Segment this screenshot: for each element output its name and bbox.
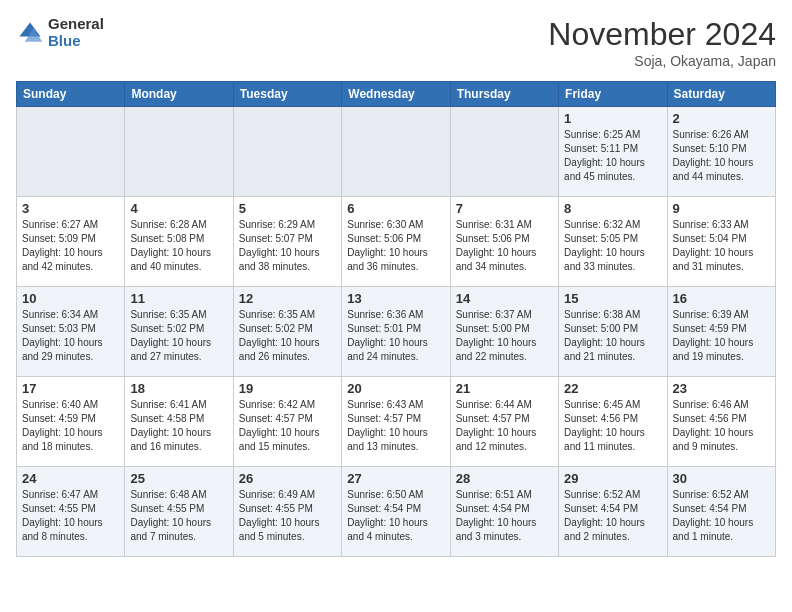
day-number: 1	[564, 111, 661, 126]
day-number: 16	[673, 291, 770, 306]
day-number: 4	[130, 201, 227, 216]
calendar-day-cell: 12Sunrise: 6:35 AM Sunset: 5:02 PM Dayli…	[233, 287, 341, 377]
day-number: 26	[239, 471, 336, 486]
calendar-day-cell: 17Sunrise: 6:40 AM Sunset: 4:59 PM Dayli…	[17, 377, 125, 467]
calendar-day-cell: 15Sunrise: 6:38 AM Sunset: 5:00 PM Dayli…	[559, 287, 667, 377]
calendar-day-cell: 20Sunrise: 6:43 AM Sunset: 4:57 PM Dayli…	[342, 377, 450, 467]
calendar-day-cell: 11Sunrise: 6:35 AM Sunset: 5:02 PM Dayli…	[125, 287, 233, 377]
day-number: 27	[347, 471, 444, 486]
calendar-day-cell: 21Sunrise: 6:44 AM Sunset: 4:57 PM Dayli…	[450, 377, 558, 467]
day-number: 7	[456, 201, 553, 216]
day-number: 9	[673, 201, 770, 216]
weekday-header-saturday: Saturday	[667, 82, 775, 107]
day-info: Sunrise: 6:27 AM Sunset: 5:09 PM Dayligh…	[22, 218, 119, 274]
weekday-header-wednesday: Wednesday	[342, 82, 450, 107]
calendar-week-row: 10Sunrise: 6:34 AM Sunset: 5:03 PM Dayli…	[17, 287, 776, 377]
day-number: 19	[239, 381, 336, 396]
calendar-empty-cell	[342, 107, 450, 197]
day-number: 17	[22, 381, 119, 396]
calendar-day-cell: 4Sunrise: 6:28 AM Sunset: 5:08 PM Daylig…	[125, 197, 233, 287]
day-number: 18	[130, 381, 227, 396]
logo-icon	[16, 19, 44, 47]
day-info: Sunrise: 6:36 AM Sunset: 5:01 PM Dayligh…	[347, 308, 444, 364]
day-number: 25	[130, 471, 227, 486]
calendar-day-cell: 19Sunrise: 6:42 AM Sunset: 4:57 PM Dayli…	[233, 377, 341, 467]
calendar-day-cell: 6Sunrise: 6:30 AM Sunset: 5:06 PM Daylig…	[342, 197, 450, 287]
calendar-week-row: 24Sunrise: 6:47 AM Sunset: 4:55 PM Dayli…	[17, 467, 776, 557]
calendar-day-cell: 10Sunrise: 6:34 AM Sunset: 5:03 PM Dayli…	[17, 287, 125, 377]
calendar-day-cell: 7Sunrise: 6:31 AM Sunset: 5:06 PM Daylig…	[450, 197, 558, 287]
calendar-day-cell: 23Sunrise: 6:46 AM Sunset: 4:56 PM Dayli…	[667, 377, 775, 467]
day-info: Sunrise: 6:45 AM Sunset: 4:56 PM Dayligh…	[564, 398, 661, 454]
calendar-day-cell: 18Sunrise: 6:41 AM Sunset: 4:58 PM Dayli…	[125, 377, 233, 467]
day-number: 5	[239, 201, 336, 216]
day-number: 14	[456, 291, 553, 306]
day-number: 24	[22, 471, 119, 486]
day-number: 13	[347, 291, 444, 306]
day-info: Sunrise: 6:41 AM Sunset: 4:58 PM Dayligh…	[130, 398, 227, 454]
day-number: 21	[456, 381, 553, 396]
calendar-day-cell: 28Sunrise: 6:51 AM Sunset: 4:54 PM Dayli…	[450, 467, 558, 557]
day-info: Sunrise: 6:47 AM Sunset: 4:55 PM Dayligh…	[22, 488, 119, 544]
day-number: 10	[22, 291, 119, 306]
day-info: Sunrise: 6:46 AM Sunset: 4:56 PM Dayligh…	[673, 398, 770, 454]
day-info: Sunrise: 6:40 AM Sunset: 4:59 PM Dayligh…	[22, 398, 119, 454]
calendar-day-cell: 5Sunrise: 6:29 AM Sunset: 5:07 PM Daylig…	[233, 197, 341, 287]
location: Soja, Okayama, Japan	[548, 53, 776, 69]
day-number: 11	[130, 291, 227, 306]
day-info: Sunrise: 6:26 AM Sunset: 5:10 PM Dayligh…	[673, 128, 770, 184]
day-info: Sunrise: 6:25 AM Sunset: 5:11 PM Dayligh…	[564, 128, 661, 184]
month-title: November 2024	[548, 16, 776, 53]
day-info: Sunrise: 6:34 AM Sunset: 5:03 PM Dayligh…	[22, 308, 119, 364]
calendar-empty-cell	[233, 107, 341, 197]
day-info: Sunrise: 6:33 AM Sunset: 5:04 PM Dayligh…	[673, 218, 770, 274]
day-info: Sunrise: 6:44 AM Sunset: 4:57 PM Dayligh…	[456, 398, 553, 454]
day-info: Sunrise: 6:37 AM Sunset: 5:00 PM Dayligh…	[456, 308, 553, 364]
day-info: Sunrise: 6:30 AM Sunset: 5:06 PM Dayligh…	[347, 218, 444, 274]
day-info: Sunrise: 6:48 AM Sunset: 4:55 PM Dayligh…	[130, 488, 227, 544]
day-number: 8	[564, 201, 661, 216]
day-info: Sunrise: 6:31 AM Sunset: 5:06 PM Dayligh…	[456, 218, 553, 274]
calendar-week-row: 17Sunrise: 6:40 AM Sunset: 4:59 PM Dayli…	[17, 377, 776, 467]
calendar-day-cell: 3Sunrise: 6:27 AM Sunset: 5:09 PM Daylig…	[17, 197, 125, 287]
calendar-empty-cell	[450, 107, 558, 197]
calendar-table: SundayMondayTuesdayWednesdayThursdayFrid…	[16, 81, 776, 557]
weekday-header-monday: Monday	[125, 82, 233, 107]
day-info: Sunrise: 6:38 AM Sunset: 5:00 PM Dayligh…	[564, 308, 661, 364]
day-number: 3	[22, 201, 119, 216]
weekday-header-tuesday: Tuesday	[233, 82, 341, 107]
day-info: Sunrise: 6:52 AM Sunset: 4:54 PM Dayligh…	[564, 488, 661, 544]
day-number: 23	[673, 381, 770, 396]
calendar-day-cell: 29Sunrise: 6:52 AM Sunset: 4:54 PM Dayli…	[559, 467, 667, 557]
day-number: 6	[347, 201, 444, 216]
calendar-day-cell: 30Sunrise: 6:52 AM Sunset: 4:54 PM Dayli…	[667, 467, 775, 557]
calendar-day-cell: 16Sunrise: 6:39 AM Sunset: 4:59 PM Dayli…	[667, 287, 775, 377]
calendar-day-cell: 25Sunrise: 6:48 AM Sunset: 4:55 PM Dayli…	[125, 467, 233, 557]
weekday-header-sunday: Sunday	[17, 82, 125, 107]
day-number: 29	[564, 471, 661, 486]
day-number: 30	[673, 471, 770, 486]
calendar-empty-cell	[125, 107, 233, 197]
calendar-week-row: 1Sunrise: 6:25 AM Sunset: 5:11 PM Daylig…	[17, 107, 776, 197]
day-number: 15	[564, 291, 661, 306]
weekday-header-row: SundayMondayTuesdayWednesdayThursdayFrid…	[17, 82, 776, 107]
calendar-day-cell: 27Sunrise: 6:50 AM Sunset: 4:54 PM Dayli…	[342, 467, 450, 557]
calendar-day-cell: 9Sunrise: 6:33 AM Sunset: 5:04 PM Daylig…	[667, 197, 775, 287]
day-info: Sunrise: 6:35 AM Sunset: 5:02 PM Dayligh…	[130, 308, 227, 364]
day-info: Sunrise: 6:43 AM Sunset: 4:57 PM Dayligh…	[347, 398, 444, 454]
logo-general-text: General	[48, 16, 104, 33]
calendar-day-cell: 1Sunrise: 6:25 AM Sunset: 5:11 PM Daylig…	[559, 107, 667, 197]
day-info: Sunrise: 6:52 AM Sunset: 4:54 PM Dayligh…	[673, 488, 770, 544]
calendar-day-cell: 14Sunrise: 6:37 AM Sunset: 5:00 PM Dayli…	[450, 287, 558, 377]
weekday-header-thursday: Thursday	[450, 82, 558, 107]
day-info: Sunrise: 6:29 AM Sunset: 5:07 PM Dayligh…	[239, 218, 336, 274]
day-info: Sunrise: 6:28 AM Sunset: 5:08 PM Dayligh…	[130, 218, 227, 274]
calendar-day-cell: 13Sunrise: 6:36 AM Sunset: 5:01 PM Dayli…	[342, 287, 450, 377]
day-number: 22	[564, 381, 661, 396]
calendar-day-cell: 2Sunrise: 6:26 AM Sunset: 5:10 PM Daylig…	[667, 107, 775, 197]
calendar-empty-cell	[17, 107, 125, 197]
day-number: 20	[347, 381, 444, 396]
day-info: Sunrise: 6:32 AM Sunset: 5:05 PM Dayligh…	[564, 218, 661, 274]
title-area: November 2024 Soja, Okayama, Japan	[548, 16, 776, 69]
weekday-header-friday: Friday	[559, 82, 667, 107]
